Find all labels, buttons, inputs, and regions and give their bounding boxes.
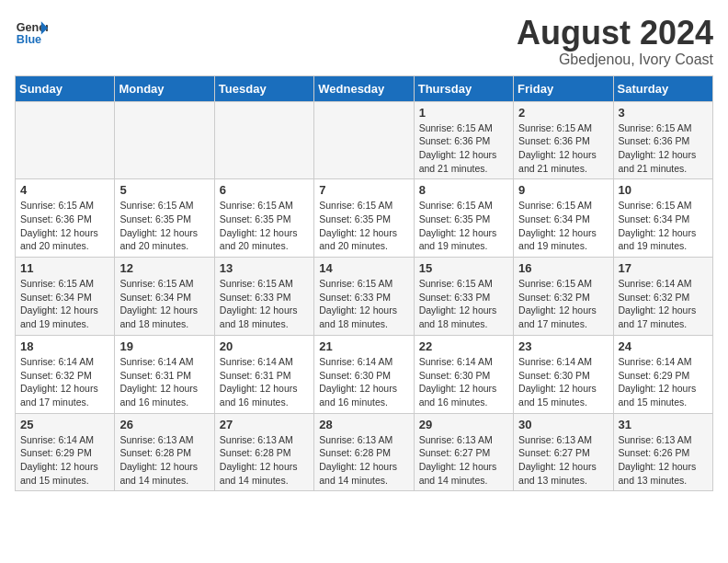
cell-week3-day0: 11Sunrise: 6:15 AM Sunset: 6:34 PM Dayli…	[16, 258, 115, 336]
day-info: Sunrise: 6:14 AM Sunset: 6:31 PM Dayligh…	[119, 355, 209, 409]
day-number: 25	[20, 418, 109, 431]
cell-week4-day4: 22Sunrise: 6:14 AM Sunset: 6:30 PM Dayli…	[414, 335, 513, 413]
cell-week5-day2: 27Sunrise: 6:13 AM Sunset: 6:28 PM Dayli…	[214, 413, 313, 491]
header-sunday: Sunday	[16, 75, 115, 101]
cell-week5-day3: 28Sunrise: 6:13 AM Sunset: 6:28 PM Dayli…	[314, 413, 414, 491]
cell-week1-day1	[115, 101, 214, 179]
cell-week4-day1: 19Sunrise: 6:14 AM Sunset: 6:31 PM Dayli…	[115, 335, 214, 413]
day-number: 23	[518, 339, 608, 353]
cell-week5-day6: 31Sunrise: 6:13 AM Sunset: 6:26 PM Dayli…	[613, 413, 712, 491]
day-info: Sunrise: 6:15 AM Sunset: 6:34 PM Dayligh…	[20, 277, 109, 331]
day-info: Sunrise: 6:15 AM Sunset: 6:33 PM Dayligh…	[319, 277, 408, 331]
day-info: Sunrise: 6:15 AM Sunset: 6:33 PM Dayligh…	[220, 277, 309, 331]
cell-week1-day4: 1Sunrise: 6:15 AM Sunset: 6:36 PM Daylig…	[414, 101, 513, 179]
location-subtitle: Gbedjenou, Ivory Coast	[517, 52, 713, 68]
day-number: 29	[419, 418, 508, 431]
day-number: 10	[619, 183, 708, 197]
cell-week5-day1: 26Sunrise: 6:13 AM Sunset: 6:28 PM Dayli…	[115, 413, 214, 491]
cell-week3-day2: 13Sunrise: 6:15 AM Sunset: 6:33 PM Dayli…	[214, 258, 313, 336]
cell-week3-day4: 15Sunrise: 6:15 AM Sunset: 6:33 PM Dayli…	[414, 258, 513, 336]
cell-week4-day5: 23Sunrise: 6:14 AM Sunset: 6:30 PM Dayli…	[514, 335, 613, 413]
title-block: August 2024 Gbedjenou, Ivory Coast	[517, 15, 713, 68]
month-title: August 2024	[517, 15, 713, 52]
cell-week4-day3: 21Sunrise: 6:14 AM Sunset: 6:30 PM Dayli…	[314, 335, 414, 413]
day-info: Sunrise: 6:15 AM Sunset: 6:35 PM Dayligh…	[220, 199, 309, 253]
cell-week1-day3	[314, 101, 414, 179]
day-info: Sunrise: 6:15 AM Sunset: 6:36 PM Dayligh…	[20, 199, 109, 253]
day-info: Sunrise: 6:15 AM Sunset: 6:34 PM Dayligh…	[119, 277, 209, 331]
week-row-5: 25Sunrise: 6:14 AM Sunset: 6:29 PM Dayli…	[16, 413, 713, 491]
day-number: 20	[220, 339, 309, 353]
day-info: Sunrise: 6:15 AM Sunset: 6:34 PM Dayligh…	[518, 199, 608, 253]
cell-week2-day3: 7Sunrise: 6:15 AM Sunset: 6:35 PM Daylig…	[314, 179, 414, 258]
day-number: 11	[20, 261, 109, 275]
day-number: 28	[319, 418, 408, 431]
day-number: 12	[119, 261, 209, 275]
week-row-4: 18Sunrise: 6:14 AM Sunset: 6:32 PM Dayli…	[16, 335, 713, 413]
day-number: 3	[619, 106, 708, 120]
day-info: Sunrise: 6:15 AM Sunset: 6:35 PM Dayligh…	[119, 199, 209, 253]
day-info: Sunrise: 6:13 AM Sunset: 6:28 PM Dayligh…	[319, 433, 408, 488]
cell-week5-day4: 29Sunrise: 6:13 AM Sunset: 6:27 PM Dayli…	[414, 413, 513, 491]
day-number: 26	[119, 418, 209, 431]
day-number: 9	[518, 183, 608, 197]
logo-icon: General Blue	[15, 15, 48, 48]
day-number: 15	[419, 261, 508, 275]
day-info: Sunrise: 6:13 AM Sunset: 6:26 PM Dayligh…	[619, 433, 708, 488]
cell-week2-day4: 8Sunrise: 6:15 AM Sunset: 6:35 PM Daylig…	[414, 179, 513, 258]
cell-week5-day0: 25Sunrise: 6:14 AM Sunset: 6:29 PM Dayli…	[16, 413, 115, 491]
week-row-1: 1Sunrise: 6:15 AM Sunset: 6:36 PM Daylig…	[16, 101, 713, 179]
cell-week2-day1: 5Sunrise: 6:15 AM Sunset: 6:35 PM Daylig…	[115, 179, 214, 258]
day-number: 27	[220, 418, 309, 431]
header-thursday: Thursday	[414, 75, 513, 101]
cell-week4-day2: 20Sunrise: 6:14 AM Sunset: 6:31 PM Dayli…	[214, 335, 313, 413]
day-number: 4	[20, 183, 109, 197]
day-number: 7	[319, 183, 408, 197]
day-number: 21	[319, 339, 408, 353]
cell-week4-day0: 18Sunrise: 6:14 AM Sunset: 6:32 PM Dayli…	[16, 335, 115, 413]
day-info: Sunrise: 6:13 AM Sunset: 6:27 PM Dayligh…	[518, 433, 608, 488]
day-info: Sunrise: 6:13 AM Sunset: 6:28 PM Dayligh…	[220, 433, 309, 488]
day-info: Sunrise: 6:15 AM Sunset: 6:36 PM Dayligh…	[619, 121, 708, 176]
day-number: 14	[319, 261, 408, 275]
day-number: 18	[20, 339, 109, 353]
day-info: Sunrise: 6:15 AM Sunset: 6:33 PM Dayligh…	[419, 277, 508, 331]
day-info: Sunrise: 6:15 AM Sunset: 6:36 PM Dayligh…	[419, 121, 508, 176]
cell-week1-day6: 3Sunrise: 6:15 AM Sunset: 6:36 PM Daylig…	[613, 101, 712, 179]
week-row-3: 11Sunrise: 6:15 AM Sunset: 6:34 PM Dayli…	[16, 258, 713, 336]
svg-text:Blue: Blue	[17, 33, 41, 46]
day-info: Sunrise: 6:14 AM Sunset: 6:30 PM Dayligh…	[319, 355, 408, 409]
header-tuesday: Tuesday	[214, 75, 313, 101]
cell-week3-day5: 16Sunrise: 6:15 AM Sunset: 6:32 PM Dayli…	[514, 258, 613, 336]
day-number: 19	[119, 339, 209, 353]
day-number: 8	[419, 183, 508, 197]
cell-week1-day5: 2Sunrise: 6:15 AM Sunset: 6:36 PM Daylig…	[514, 101, 613, 179]
day-info: Sunrise: 6:14 AM Sunset: 6:29 PM Dayligh…	[20, 433, 109, 488]
cell-week1-day0	[16, 101, 115, 179]
calendar-table: Sunday Monday Tuesday Wednesday Thursday…	[15, 75, 713, 492]
day-number: 13	[220, 261, 309, 275]
cell-week3-day3: 14Sunrise: 6:15 AM Sunset: 6:33 PM Dayli…	[314, 258, 414, 336]
day-info: Sunrise: 6:14 AM Sunset: 6:32 PM Dayligh…	[20, 355, 109, 409]
day-number: 6	[220, 183, 309, 197]
day-number: 5	[119, 183, 209, 197]
day-info: Sunrise: 6:13 AM Sunset: 6:28 PM Dayligh…	[119, 433, 209, 488]
day-info: Sunrise: 6:14 AM Sunset: 6:30 PM Dayligh…	[419, 355, 508, 409]
header-monday: Monday	[115, 75, 214, 101]
day-info: Sunrise: 6:15 AM Sunset: 6:36 PM Dayligh…	[518, 121, 608, 176]
header-saturday: Saturday	[613, 75, 712, 101]
cell-week2-day5: 9Sunrise: 6:15 AM Sunset: 6:34 PM Daylig…	[514, 179, 613, 258]
cell-week2-day2: 6Sunrise: 6:15 AM Sunset: 6:35 PM Daylig…	[214, 179, 313, 258]
day-number: 2	[518, 106, 608, 120]
day-number: 31	[619, 418, 708, 431]
header-friday: Friday	[514, 75, 613, 101]
day-number: 22	[419, 339, 508, 353]
day-info: Sunrise: 6:14 AM Sunset: 6:32 PM Dayligh…	[619, 277, 708, 331]
cell-week4-day6: 24Sunrise: 6:14 AM Sunset: 6:29 PM Dayli…	[613, 335, 712, 413]
cell-week1-day2	[214, 101, 313, 179]
cell-week3-day6: 17Sunrise: 6:14 AM Sunset: 6:32 PM Dayli…	[613, 258, 712, 336]
day-info: Sunrise: 6:14 AM Sunset: 6:30 PM Dayligh…	[518, 355, 608, 409]
day-number: 24	[619, 339, 708, 353]
week-row-2: 4Sunrise: 6:15 AM Sunset: 6:36 PM Daylig…	[16, 179, 713, 258]
days-header-row: Sunday Monday Tuesday Wednesday Thursday…	[16, 75, 713, 101]
